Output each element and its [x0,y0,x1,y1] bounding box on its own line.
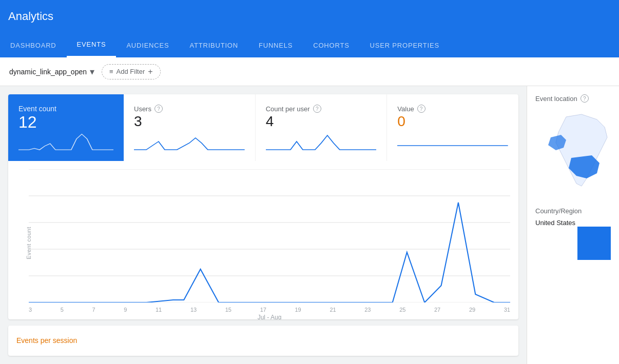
left-panel: Event count 12 Users ? 3 [0,86,527,364]
chevron-down-icon: ▾ [90,66,94,77]
stat-count-per-user-value: 4 [266,113,377,130]
stat-value-label: Value [397,105,414,113]
nav-item-audiences[interactable]: AUDIENCES [116,33,179,57]
stat-value-number: 0 [397,113,508,130]
map-svg [535,107,611,199]
add-filter-button[interactable]: ≡ Add Filter + [102,64,161,79]
map-placeholder [535,107,611,199]
stat-count-per-user-label: Count per user [266,105,310,113]
x-date: 17 [260,307,266,313]
nav-item-events[interactable]: EVENTS [67,33,117,57]
value-mini-chart [397,130,508,151]
nav-item-funnels[interactable]: FUNNELS [248,33,303,57]
x-date: 29 [469,307,475,313]
count-per-user-info-icon[interactable]: ? [313,105,321,113]
nav-bar: DASHBOARD EVENTS AUDIENCES ATTRIBUTION F… [0,33,619,57]
map-title-label: Event location [535,95,577,103]
stat-users-header: Users ? [134,105,245,113]
x-axis-title: Jul - Aug [29,314,510,319]
stat-count-per-user-header: Count per user ? [266,105,377,113]
x-date: 23 [364,307,371,313]
x-date: 13 [190,307,197,313]
stat-users-value: 3 [134,113,245,130]
filter-bar: dynamic_link_app_open ▾ ≡ Add Filter + [0,57,619,86]
x-date: 5 [61,307,64,313]
bottom-card: Events per session [8,326,518,356]
country-name: United States [535,219,575,227]
map-info-icon[interactable]: ? [581,94,589,103]
filter-icon: ≡ [109,68,113,75]
country-bar [577,227,611,260]
stat-value-header: Value ? [397,105,508,113]
stat-event-count: Event count 12 [8,94,124,161]
stat-count-per-user: Count per user ? 4 [256,94,388,161]
main-content: Event count 12 Users ? 3 [0,86,619,364]
main-chart-container: Event count 0 2 4 6 8 [8,161,518,319]
stat-users: Users ? 3 [124,94,256,161]
country-region-label: Country/Region [535,207,611,215]
nav-item-attribution[interactable]: ATTRIBUTION [179,33,248,57]
x-date: 15 [225,307,231,313]
event-count-value: 12 [18,113,113,132]
app-header: Analytics [0,0,619,33]
map-title-row: Event location ? [535,94,611,103]
plus-icon: + [148,67,152,76]
x-date: 11 [156,307,162,313]
x-date: 7 [92,307,95,313]
x-date: 21 [330,307,336,313]
event-count-label: Event count [18,105,113,113]
x-date: 3 [29,307,32,313]
users-info-icon[interactable]: ? [154,105,163,113]
y-axis-label: Event count [26,227,32,259]
stat-users-label: Users [134,105,151,113]
value-info-icon[interactable]: ? [417,105,425,113]
nav-item-dashboard[interactable]: DASHBOARD [0,33,67,57]
users-mini-chart [134,130,245,151]
app-title: Analytics [8,10,53,23]
x-date: 31 [504,307,510,313]
x-date: 25 [399,307,405,313]
country-row: United States [535,219,611,227]
right-panel: Event location ? Country/Region United S… [527,86,619,364]
event-count-mini-chart [18,132,113,151]
event-dropdown[interactable]: dynamic_link_app_open ▾ [8,64,95,79]
nav-item-cohorts[interactable]: COHORTS [303,33,359,57]
x-date: 9 [124,307,127,313]
stats-row: Event count 12 Users ? 3 [8,94,518,161]
nav-item-user-properties[interactable]: USER PROPERTIES [360,33,450,57]
x-date: 27 [434,307,440,313]
stats-card: Event count 12 Users ? 3 [8,94,518,319]
count-per-user-mini-chart [266,130,377,151]
x-date: 19 [295,307,301,313]
x-axis-dates: 3 5 7 9 11 13 15 17 19 21 23 25 27 29 31 [29,305,510,313]
stat-value: Value ? 0 [387,94,518,161]
bottom-card-title: Events per session [16,336,77,345]
main-chart-svg: 0 2 4 6 8 [29,169,510,302]
